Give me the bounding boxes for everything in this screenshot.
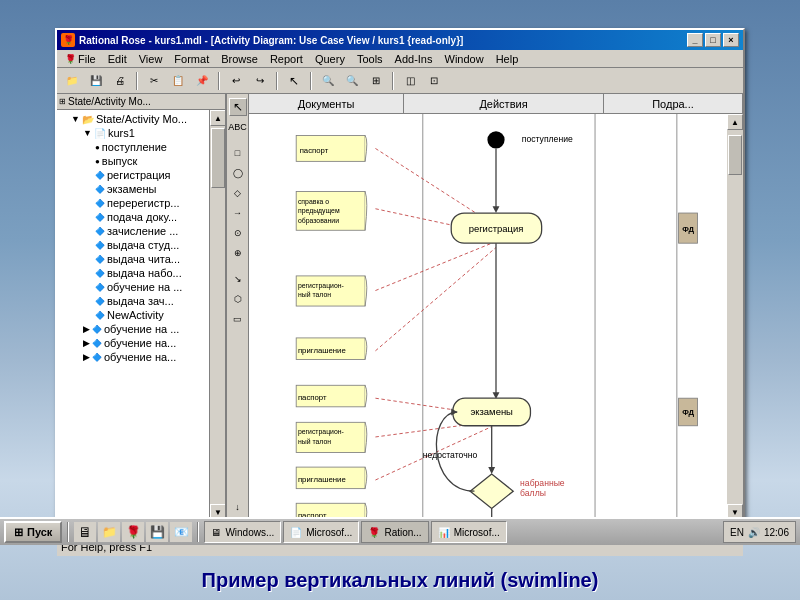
- taskbar-sep2: [197, 522, 199, 542]
- tool-panel: ↖ ABC □ ◯ ◇ → ⊙ ⊕ ↘ ⬡ ▭ ↓ ↑: [227, 94, 249, 536]
- menu-bar: 🌹 File Edit View Format Browse Report Qu…: [57, 50, 743, 68]
- tool-3[interactable]: ◇: [229, 184, 247, 202]
- taskbar-windows[interactable]: 🖥 Windows...: [204, 521, 281, 543]
- toolbar-new[interactable]: 📁: [61, 71, 83, 91]
- start-button[interactable]: ⊞ Пуск: [4, 521, 62, 543]
- svg-marker-21: [488, 467, 495, 474]
- taskbar-icon-4[interactable]: 💾: [146, 522, 168, 542]
- tree-item-8[interactable]: 🔷 выдача чита...: [59, 252, 207, 266]
- tree-item-root[interactable]: ▼ 📂 State/Activity Mo...: [59, 112, 207, 126]
- menu-browse[interactable]: Browse: [215, 50, 264, 67]
- svg-text:приглашение: приглашение: [298, 475, 346, 484]
- toolbar-copy[interactable]: 📋: [167, 71, 189, 91]
- tool-4[interactable]: →: [229, 204, 247, 222]
- tree-item-4[interactable]: 🔷 перерегистр...: [59, 196, 207, 210]
- toolbar-undo[interactable]: ↩: [225, 71, 247, 91]
- taskbar-ms2[interactable]: 📊 Microsof...: [431, 521, 507, 543]
- scroll-thumb[interactable]: [211, 128, 225, 188]
- tree-item-15[interactable]: ▶ 🔷 обучение на...: [59, 350, 207, 364]
- menu-query[interactable]: Query: [309, 50, 351, 67]
- tree-title: State/Activity Mo...: [68, 96, 151, 107]
- menu-tools[interactable]: Tools: [351, 50, 389, 67]
- taskbar-ms2-icon: 📊: [438, 527, 450, 538]
- toolbar-zoom-in[interactable]: 🔍: [317, 71, 339, 91]
- menu-format[interactable]: Format: [168, 50, 215, 67]
- taskbar-icon-3[interactable]: 🌹: [122, 522, 144, 542]
- tree-item-7[interactable]: 🔷 выдача студ...: [59, 238, 207, 252]
- menu-help[interactable]: Help: [490, 50, 525, 67]
- title-buttons: _ □ ×: [687, 33, 739, 47]
- toolbar-zoom-fit[interactable]: ⊞: [365, 71, 387, 91]
- tree-panel: ⊞ State/Activity Mo... ▼ 📂 State/Activit…: [57, 94, 227, 536]
- svg-text:недостаточно: недостаточно: [423, 450, 478, 460]
- taskbar-tray: EN 🔊 12:06: [723, 521, 796, 543]
- toolbar-extra1[interactable]: ◫: [399, 71, 421, 91]
- swimlane-dept: Подра...: [604, 94, 743, 113]
- svg-text:приглашение: приглашение: [298, 346, 346, 355]
- diag-vthumb[interactable]: [728, 135, 742, 175]
- menu-addins[interactable]: Add-Ins: [389, 50, 439, 67]
- tree-item-6[interactable]: 🔷 зачисление ...: [59, 224, 207, 238]
- tool-1[interactable]: □: [229, 144, 247, 162]
- diagram-vscrollbar[interactable]: ▲ ▼: [727, 114, 743, 520]
- tool-5[interactable]: ⊙: [229, 224, 247, 242]
- tree-item-1[interactable]: ● выпуск: [59, 154, 207, 168]
- tool-2[interactable]: ◯: [229, 164, 247, 182]
- menu-file[interactable]: 🌹 File: [59, 50, 102, 67]
- tool-bottom[interactable]: ↓: [229, 498, 247, 516]
- caption: Пример вертикальных линий (swimline): [0, 569, 800, 592]
- toolbar-print[interactable]: 🖨: [109, 71, 131, 91]
- tree-vscrollbar[interactable]: ▲ ▼: [209, 110, 225, 520]
- toolbar-save[interactable]: 💾: [85, 71, 107, 91]
- diagram-area: Документы Действия Подра...: [249, 94, 743, 536]
- svg-marker-12: [493, 206, 500, 213]
- taskbar-rational[interactable]: 🌹 Ration...: [361, 521, 428, 543]
- taskbar-windows-label: Windows...: [225, 527, 274, 538]
- maximize-btn[interactable]: □: [705, 33, 721, 47]
- tree-item-12[interactable]: 🔷 NewActivity: [59, 308, 207, 322]
- toolbar-cut[interactable]: ✂: [143, 71, 165, 91]
- toolbar-paste[interactable]: 📌: [191, 71, 213, 91]
- minimize-btn[interactable]: _: [687, 33, 703, 47]
- menu-window[interactable]: Window: [439, 50, 490, 67]
- tree-item-3[interactable]: 🔷 экзамены: [59, 182, 207, 196]
- tray-net-icon: 🔊: [748, 527, 760, 538]
- menu-edit[interactable]: Edit: [102, 50, 133, 67]
- tool-7[interactable]: ↘: [229, 270, 247, 288]
- diagram-svg: регистрация поступление экзамены: [249, 114, 743, 536]
- diag-scroll-up[interactable]: ▲: [727, 114, 743, 130]
- tool-6[interactable]: ⊕: [229, 244, 247, 262]
- menu-view[interactable]: View: [133, 50, 169, 67]
- toolbar-cursor[interactable]: ↖: [283, 71, 305, 91]
- menu-report[interactable]: Report: [264, 50, 309, 67]
- tree-item-10[interactable]: 🔷 обучение на ...: [59, 280, 207, 294]
- tool-abc[interactable]: ABC: [229, 118, 247, 136]
- tree-item-2[interactable]: 🔷 регистрация: [59, 168, 207, 182]
- tree-item-11[interactable]: 🔷 выдача зач...: [59, 294, 207, 308]
- toolbar-zoom-out[interactable]: 🔍: [341, 71, 363, 91]
- taskbar-ms1[interactable]: 📄 Microsof...: [283, 521, 359, 543]
- tool-select[interactable]: ↖: [229, 98, 247, 116]
- tree-item-5[interactable]: 🔷 подача доку...: [59, 210, 207, 224]
- svg-text:паспорт: паспорт: [300, 146, 329, 155]
- tree-item-14[interactable]: ▶ 🔷 обучение на...: [59, 336, 207, 350]
- toolbar-extra2[interactable]: ⊡: [423, 71, 445, 91]
- tree-item-0[interactable]: ● поступление: [59, 140, 207, 154]
- toolbar-sep2: [218, 72, 220, 90]
- taskbar-icon-1[interactable]: 🖥: [74, 522, 96, 542]
- taskbar: ⊞ Пуск 🖥 📁 🌹 💾 📧 🖥 Windows... 📄 Microsof…: [0, 517, 800, 545]
- close-btn[interactable]: ×: [723, 33, 739, 47]
- svg-text:регистрация: регистрация: [469, 223, 524, 234]
- tree-scrollbar: ▼ 📂 State/Activity Mo... ▼ 📄 kurs1: [57, 110, 225, 520]
- scroll-up-btn[interactable]: ▲: [210, 110, 225, 126]
- svg-text:предыдущем: предыдущем: [298, 207, 340, 215]
- tree-item-13[interactable]: ▶ 🔷 обучение на ...: [59, 322, 207, 336]
- tree-item-kurs1[interactable]: ▼ 📄 kurs1: [59, 126, 207, 140]
- tree-item-9[interactable]: 🔷 выдача набо...: [59, 266, 207, 280]
- tool-9[interactable]: ▭: [229, 310, 247, 328]
- toolbar-redo[interactable]: ↪: [249, 71, 271, 91]
- taskbar-icon-2[interactable]: 📁: [98, 522, 120, 542]
- tool-8[interactable]: ⬡: [229, 290, 247, 308]
- taskbar-icon-5[interactable]: 📧: [170, 522, 192, 542]
- tray-area: EN 🔊 12:06: [723, 521, 796, 543]
